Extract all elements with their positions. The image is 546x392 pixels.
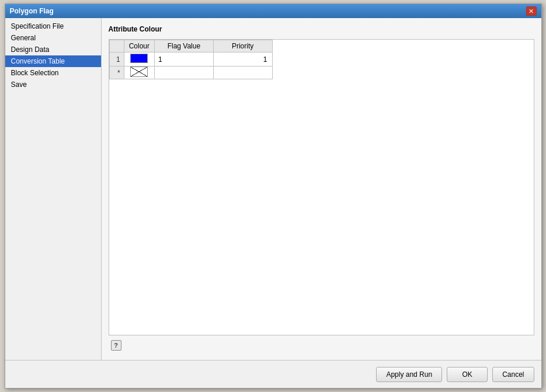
sidebar-item-block-selection[interactable]: Block Selection [5,67,101,79]
close-button[interactable]: ✕ [526,6,537,16]
table-row: 1 1 1 [109,52,272,66]
help-icon[interactable]: ? [111,340,121,351]
content-area: Colour Flag Value Priority 1 [109,39,534,335]
title-bar: Polygon Flag ✕ [5,4,541,18]
new-row-indicator: * [109,66,124,79]
main-window: Polygon Flag ✕ Specification File Genera… [5,4,542,388]
help-area: ? [109,335,534,353]
col-header-colour: Colour [124,40,154,52]
row-number: 1 [109,52,124,66]
priority-cell[interactable]: 1 [213,52,272,66]
attribute-colour-table: Colour Flag Value Priority 1 [109,40,273,79]
col-header-flag-value: Flag Value [155,40,214,52]
new-row-x-box [130,66,148,77]
col-header-priority: Priority [213,40,272,52]
new-row-priority[interactable] [213,66,272,79]
flag-value-cell[interactable]: 1 [155,52,214,66]
new-row-colour-cell[interactable] [124,66,154,79]
sidebar-item-specification-file[interactable]: Specification File [5,20,101,32]
sidebar-item-save[interactable]: Save [5,79,101,90]
sidebar-item-design-data[interactable]: Design Data [5,44,101,55]
bottom-right: Apply and Run OK Cancel [376,367,534,382]
new-row: * [109,66,272,79]
content-wrapper: Colour Flag Value Priority 1 [109,39,534,353]
new-row-flag-value[interactable] [155,66,214,79]
color-swatch [130,54,148,63]
col-header-num [109,40,124,52]
apply-run-button[interactable]: Apply and Run [376,367,442,382]
colour-cell[interactable] [124,52,154,66]
sidebar-item-conversion-table[interactable]: Conversion Table [5,55,101,67]
bottom-panel: Apply and Run OK Cancel [5,360,541,388]
ok-button[interactable]: OK [447,367,488,382]
window-title: Polygon Flag [10,7,54,15]
cancel-button[interactable]: Cancel [492,367,534,382]
window-body: Specification File General Design Data C… [5,18,541,360]
sidebar: Specification File General Design Data C… [5,18,102,360]
table-container: Colour Flag Value Priority 1 [109,40,534,79]
sidebar-item-general[interactable]: General [5,32,101,44]
main-content: Attribute Colour Colour Flag Value Prior… [102,18,541,360]
section-title: Attribute Colour [109,25,534,33]
